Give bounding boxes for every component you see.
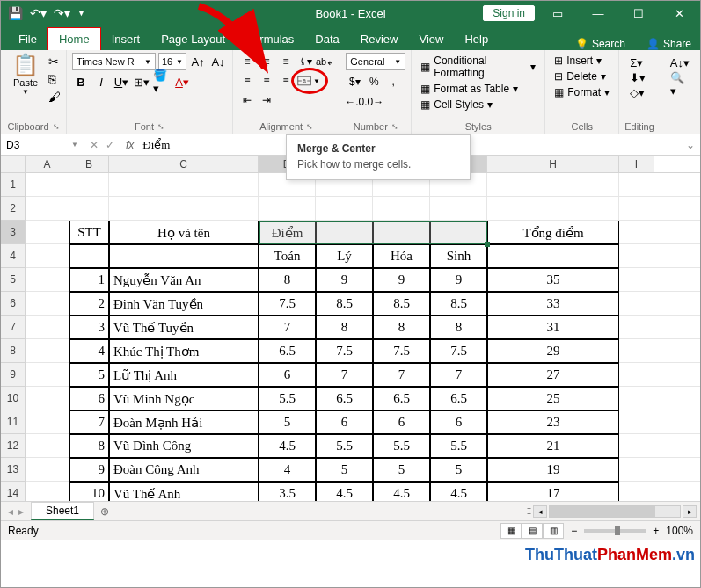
font-launcher-icon[interactable]: ⤡ [157,122,164,131]
comma-icon[interactable]: , [384,73,402,91]
row-header[interactable]: 14 [1,482,26,501]
cell[interactable] [487,173,619,197]
normal-view-icon[interactable]: ▦ [500,523,522,539]
cell[interactable] [69,197,109,221]
align-right-icon[interactable]: ≡ [277,72,295,90]
cell[interactable]: Lý [316,244,373,268]
cell[interactable]: 5.5 [373,434,430,458]
cell[interactable]: 5 [430,458,487,482]
cell[interactable]: 9 [316,268,373,292]
row-header[interactable]: 2 [1,197,26,221]
maximize-icon[interactable]: ☐ [621,1,656,25]
cell[interactable]: 4.5 [316,482,373,501]
cell[interactable]: 8 [259,268,316,292]
zoom-slider[interactable] [584,529,646,533]
font-size-dropdown[interactable]: 16▼ [158,53,186,70]
decrease-font-icon[interactable]: A↓ [209,53,227,70]
undo-icon[interactable]: ↶▾ [30,6,47,20]
cell[interactable]: Họ và tên [109,221,259,244]
cell[interactable]: 7.5 [316,339,373,363]
row-header[interactable]: 10 [1,387,26,410]
page-layout-view-icon[interactable]: ▤ [522,523,543,539]
name-box[interactable]: D3▼ [1,134,84,155]
cell[interactable]: 5 [69,363,109,387]
ribbon-display-icon[interactable]: ▭ [540,1,575,25]
cell[interactable]: Đoàn Công Anh [109,458,259,482]
align-bottom-icon[interactable]: ≡ [277,53,295,70]
cell[interactable]: 8 [373,316,430,339]
cell[interactable]: 8.5 [430,292,487,316]
cell[interactable] [109,173,259,197]
cell[interactable]: Vũ Đình Công [109,434,259,458]
redo-icon[interactable]: ↷▾ [54,6,70,20]
cancel-formula-icon[interactable]: ✕ [90,139,99,151]
cell[interactable] [26,458,69,482]
autosum-icon[interactable]: Σ▾ [630,56,649,69]
cell-styles-button[interactable]: ▦Cell Styles▾ [417,97,539,113]
cell[interactable]: 1 [69,268,109,292]
row-header[interactable]: 8 [1,339,26,363]
cell[interactable] [109,197,259,221]
row-header[interactable]: 13 [1,458,26,482]
cell[interactable]: Điểm [259,221,316,244]
cell[interactable] [26,173,69,197]
fx-icon[interactable]: fx [120,139,139,151]
cell[interactable]: 4 [259,458,316,482]
cell[interactable]: 8 [69,434,109,458]
cell[interactable]: 6.5 [430,387,487,410]
cell[interactable]: 7.5 [259,292,316,316]
conditional-formatting-button[interactable]: ▦Conditional Formatting▾ [417,53,539,81]
cell[interactable] [619,434,654,458]
cell[interactable]: Toán [259,244,316,268]
col-header-c[interactable]: C [109,156,259,172]
number-launcher-icon[interactable]: ⤡ [391,122,398,131]
cell[interactable] [619,173,654,197]
cell[interactable]: 4.5 [259,434,316,458]
cell[interactable]: 8 [316,316,373,339]
cell[interactable]: 8 [430,316,487,339]
cell[interactable] [109,244,259,268]
cell[interactable]: 6 [69,387,109,410]
number-format-dropdown[interactable]: General▼ [346,53,405,70]
cell[interactable] [430,197,487,221]
cell[interactable] [26,482,69,501]
cell[interactable] [487,244,619,268]
cell[interactable] [316,197,373,221]
cell[interactable]: 7.5 [430,339,487,363]
cell[interactable] [373,221,430,244]
cell[interactable] [69,244,109,268]
col-header-i[interactable]: I [619,156,654,172]
cell[interactable] [26,221,69,244]
tab-pagelayout[interactable]: Page Layout [150,28,236,50]
borders-icon[interactable]: ⊞▾ [133,73,150,91]
cell[interactable] [26,363,69,387]
qat-customize-icon[interactable]: ▼ [77,9,85,18]
cell[interactable]: Đinh Văn Tuyền [109,292,259,316]
cell[interactable]: Tổng điểm [487,221,619,244]
cell[interactable] [259,197,316,221]
align-top-icon[interactable]: ≡ [238,53,256,70]
cell[interactable] [69,173,109,197]
cell[interactable]: 4 [69,339,109,363]
cell[interactable] [619,221,654,244]
sheet-nav-first-icon[interactable]: ◂ [8,505,13,518]
cell[interactable] [619,197,654,221]
scroll-left-icon[interactable]: ◂ [533,505,547,518]
delete-cells-button[interactable]: ⊟Delete▾ [551,69,613,84]
cell[interactable]: 6 [316,410,373,434]
row-header[interactable]: 11 [1,410,26,434]
cell[interactable] [619,268,654,292]
cell[interactable]: STT [69,221,109,244]
cell[interactable]: 7.5 [373,339,430,363]
cell[interactable]: 2 [69,292,109,316]
cell[interactable]: 6 [373,410,430,434]
cell[interactable]: 3 [69,316,109,339]
italic-button[interactable]: I [92,73,110,91]
cell[interactable]: 31 [487,316,619,339]
increase-decimal-icon[interactable]: ←.0 [346,93,363,111]
cell[interactable]: 25 [487,387,619,410]
cell[interactable]: 23 [487,410,619,434]
new-sheet-button[interactable]: ⊕ [94,505,115,518]
minimize-icon[interactable]: — [581,1,616,25]
tab-insert[interactable]: Insert [101,28,151,50]
